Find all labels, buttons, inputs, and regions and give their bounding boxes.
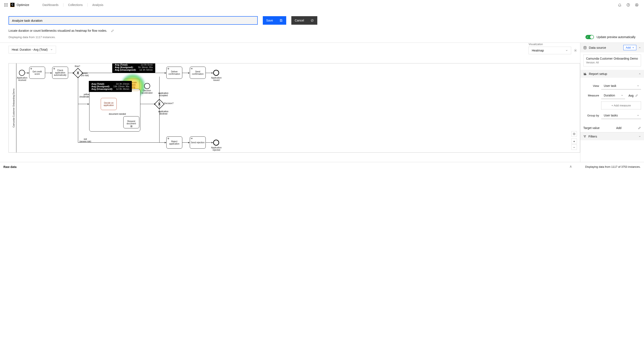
task-reject-application[interactable]: ⚙Reject application [166,136,182,149]
svg-point-6 [4,6,5,6]
save-button[interactable]: Save [263,16,286,25]
heat-metric-select[interactable]: Heat: Duration - Avg (Total) [8,46,56,53]
gateway-risk-label: Risk? [75,65,80,67]
cancel-button[interactable]: Cancel [291,16,317,25]
task-check-application[interactable]: ⚙Check application automatically [52,67,68,79]
nav-analysis[interactable]: Analysis [87,3,108,6]
svg-rect-20 [586,74,586,74]
main-nav: Dashboards Collections Analysis [38,3,108,6]
bpmn-diagram[interactable]: Camunda Customer Onboarding Demo Applica… [8,63,580,153]
footer-status: Displaying data from 1117 of 3753 instan… [585,165,640,168]
chevron-up-icon[interactable] [638,73,641,75]
help-icon[interactable] [624,3,632,7]
target-value-add[interactable]: Add [616,126,622,130]
product-name: Optimize [16,3,29,6]
zoom-in-button[interactable]: + [572,138,577,144]
end-event-rejected-label: Application rejected [209,146,224,151]
data-source-card[interactable]: Camunda Customer Onboarding Demo Version… [583,54,641,66]
add-measure-button[interactable]: + Add measure [601,101,641,109]
zoom-out-button[interactable]: − [572,144,577,150]
filter-icon [583,135,586,138]
notifications-icon[interactable] [616,3,624,7]
task-decide-application[interactable]: Decide on application [101,98,117,110]
pencil-icon[interactable] [638,126,641,129]
flow-arrow [78,104,89,104]
chevron-down-icon [566,49,568,52]
data-source-name: Camunda Customer Onboarding Demo [586,57,638,60]
aggregation-button[interactable]: Avg [627,94,639,97]
svg-point-14 [575,50,576,51]
report-setup-header[interactable]: Report setup [580,70,644,78]
chevron-down-icon [637,84,639,87]
edge-doc-needed: document needed [109,113,126,115]
start-event[interactable] [19,70,25,76]
data-source-version: Version: All [586,61,638,64]
nav-collections[interactable]: Collections [63,3,87,6]
svg-rect-18 [584,73,585,74]
gear-icon: ⚙ [30,67,32,70]
svg-point-7 [6,6,6,6]
flow-arrow [25,73,29,73]
gateway-decision-label: Decision? [164,102,174,104]
end-event-issued[interactable] [213,70,219,76]
visualization-label: Visualization [528,43,577,46]
app-launcher-icon[interactable] [3,3,9,6]
task-send-confirmation[interactable]: ✉Send confirmation [190,67,206,79]
envelope-icon: ✉ [191,67,192,70]
flow-arrow [206,73,213,73]
task-request-document[interactable]: Request document⊞ [123,116,139,128]
group-by-select[interactable]: User tasks [601,112,641,119]
data-source-header[interactable]: Data source Add+ [580,43,644,52]
svg-point-16 [574,134,574,134]
end-event-issued-label: Application issued [209,77,224,81]
instances-info: Displaying data from 1117 instances. [8,35,56,39]
event-decision-accelerated[interactable] [144,83,150,89]
view-label: View [583,84,599,87]
visualization-settings-icon[interactable] [574,49,577,52]
add-data-source-button[interactable]: Add+ [623,45,636,50]
report-title-input[interactable] [8,16,258,25]
task-deliver-confirmation[interactable]: ⚙Deliver confirmation [166,67,182,79]
nav-dashboards[interactable]: Dashboards [38,3,63,6]
visualization-select[interactable]: Heatmap [528,47,571,54]
edge-accepted: application accepted [158,92,168,97]
check-icon: ✓ [586,36,588,38]
chevron-down-icon [621,94,623,97]
report-setup-body: View User task Measure Duration Avg [580,78,644,124]
user-avatar-icon[interactable] [632,3,641,7]
gear-icon: ⚙ [53,67,55,70]
database-icon [583,46,587,49]
expand-icon: ⊞ [130,125,132,128]
edge-red: red (severe risk) [80,138,91,143]
auto-preview-label: Update preview automatically [596,35,636,39]
filters-header[interactable]: Filters [580,132,644,140]
filters-title: Filters [588,135,636,138]
flow-arrow [206,142,213,143]
chevron-up-icon[interactable] [638,46,641,49]
auto-preview-toggle[interactable]: ✓ [586,35,594,39]
side-panel: Data source Add+ Camunda Customer Onboar… [580,43,644,162]
task-credit-score[interactable]: ⚙Get credit score [29,67,45,79]
task-send-rejection[interactable]: ✉Send rejection [190,136,206,149]
chevron-down-icon [637,114,639,117]
svg-point-4 [6,4,6,5]
measure-select[interactable]: Duration [601,92,625,99]
flow-arrow [82,73,166,73]
end-event-rejected[interactable] [213,140,219,146]
raw-data-toggle[interactable]: Raw data [4,165,16,169]
flow-arrow [78,142,166,143]
svg-point-3 [4,4,5,5]
chevron-down-icon[interactable] [638,135,641,138]
svg-point-10 [628,5,628,6]
view-select[interactable]: User task [601,82,641,89]
edit-description-icon[interactable] [111,29,114,32]
cancel-icon [310,19,314,22]
recenter-icon[interactable] [572,131,577,137]
report-description: Locate duration or count bottlenecks vis… [8,29,107,32]
svg-point-17 [584,46,586,47]
svg-point-5 [7,4,8,5]
gear-icon: ⚙ [168,137,169,140]
expand-panel-icon[interactable] [569,165,572,169]
topbar: C Optimize Dashboards Collections Analys… [0,0,644,10]
svg-point-2 [7,3,8,4]
